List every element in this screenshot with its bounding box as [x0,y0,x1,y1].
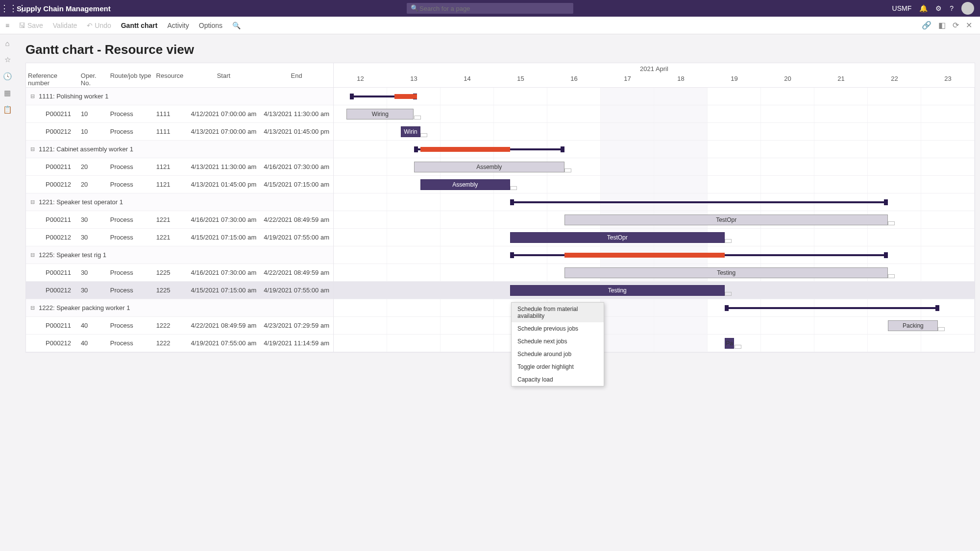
job-row[interactable]: P00021140Process12224/22/2021 08:49:59 a… [26,317,333,335]
job-row[interactable]: P00021210Process11114/13/2021 07:00:00 a… [26,123,333,141]
overload-segment [564,253,725,258]
popout-icon[interactable]: ◧ [938,21,946,30]
gantt-bar[interactable]: Assembly [420,179,510,190]
col-header-reference-number[interactable]: Reference number [26,63,79,87]
context-menu-item[interactable]: Schedule next jobs [512,335,604,348]
summary-start-marker [510,199,514,205]
timeline-group-row [334,88,975,105]
job-row[interactable]: P00021130Process12214/16/2021 07:30:00 a… [26,211,333,229]
col-header-oper-no[interactable]: Oper. No. [79,63,108,87]
module-icon[interactable]: ▦ [4,89,11,97]
gantt-bar[interactable]: Packing [888,320,938,331]
cell-reference-number: P000211 [46,322,79,329]
col-header-resource[interactable]: Resource [154,63,188,87]
day-label: 15 [494,75,547,82]
cell-route-job-type: Process [108,269,154,276]
cell-end: 4/22/2021 08:49:59 am [260,269,333,276]
cell-oper-no: 10 [79,110,108,118]
gantt-bar[interactable]: TestOpr [564,215,888,225]
gear-icon[interactable]: ⚙ [935,4,942,12]
group-row[interactable]: ⊟1225: Speaker test rig 1 [26,246,333,264]
connector-icon [888,221,895,225]
undo-button[interactable]: ↶ Undo [87,22,111,29]
refresh-icon[interactable]: ⟳ [953,21,959,30]
cell-oper-no: 10 [79,128,108,135]
summary-end-marker [935,305,939,311]
context-menu-item[interactable]: Capacity load [512,373,604,386]
collapse-icon[interactable]: ⊟ [26,252,37,258]
job-row[interactable]: P00021230Process12254/15/2021 07:15:00 a… [26,282,333,299]
cell-resource: 1225 [154,287,188,294]
save-icon: 🖫 [19,22,25,29]
context-menu-item[interactable]: Schedule around job [512,348,604,360]
job-row[interactable]: P00021130Process12254/16/2021 07:30:00 a… [26,264,333,282]
star-icon[interactable]: ☆ [4,55,11,64]
summary-start-marker [725,305,729,311]
job-row[interactable]: P00021240Process12224/19/2021 07:55:00 a… [26,335,333,352]
context-menu-item[interactable]: Toggle order highlight [512,360,604,373]
validate-button[interactable]: Validate [53,22,77,29]
waffle-icon[interactable]: ⋮⋮⋮ [0,3,17,14]
context-menu-item[interactable]: Schedule from material availability [512,303,604,322]
save-button[interactable]: 🖫 Save [19,22,43,29]
collapse-icon[interactable]: ⊟ [26,305,37,311]
summary-end-marker [884,199,888,205]
day-label: 16 [547,75,601,82]
gantt-header: Reference number Oper. No. Route/job typ… [26,63,975,88]
hamburger-icon[interactable]: ≡ [0,22,15,29]
find-icon[interactable]: 🔍 [232,22,241,29]
bell-icon[interactable]: 🔔 [919,4,928,12]
tab-activity[interactable]: Activity [167,22,189,29]
day-label: 17 [601,75,654,82]
job-row[interactable]: P00021230Process12214/15/2021 07:15:00 a… [26,229,333,246]
job-row[interactable]: P00021110Process11114/12/2021 07:00:00 a… [26,105,333,123]
context-menu[interactable]: Schedule from material availabilitySched… [511,302,604,386]
tab-gantt-chart[interactable]: Gantt chart [121,22,158,29]
home-icon[interactable]: ⌂ [5,39,9,48]
recent-icon[interactable]: 🕓 [3,72,12,81]
col-header-end[interactable]: End [260,63,333,87]
gantt-bar[interactable]: Testing [510,285,725,296]
group-row[interactable]: ⊟1121: Cabinet assembly worker 1 [26,141,333,158]
left-sidebar: ⌂ ☆ 🕓 ▦ 📋 [0,34,15,114]
search-input[interactable] [407,3,573,14]
gantt-bar[interactable]: Wiring [346,109,414,120]
timeline-row: TestOpr [334,211,975,229]
cell-resource: 1111 [154,110,188,118]
link-icon[interactable]: 🔗 [922,21,931,30]
group-row[interactable]: ⊟1222: Speaker packing worker 1 [26,299,333,317]
tab-options[interactable]: Options [199,22,222,29]
collapse-icon[interactable]: ⊟ [26,199,37,205]
day-label: 18 [654,75,708,82]
cell-reference-number: P000212 [46,339,79,347]
company-code[interactable]: USMF [892,4,912,12]
cell-route-job-type: Process [108,181,154,188]
timeline-row: Assembly [334,176,975,193]
context-menu-item[interactable]: Schedule previous jobs [512,322,604,335]
timeline-group-row [334,193,975,211]
collapse-icon[interactable]: ⊟ [26,93,37,99]
gantt-bar[interactable]: Testing [564,267,888,278]
close-icon[interactable]: ✕ [966,21,972,30]
cell-route-job-type: Process [108,216,154,223]
list-icon[interactable]: 📋 [3,105,12,114]
avatar[interactable] [961,2,974,15]
group-row[interactable]: ⊟1111: Polishing worker 1 [26,88,333,105]
connector-icon [510,186,517,190]
help-icon[interactable]: ? [950,4,954,12]
gantt-bar[interactable]: Wirin [401,126,420,137]
day-label: 13 [387,75,441,82]
collapse-icon[interactable]: ⊟ [26,146,37,152]
gantt-bar[interactable]: Assembly [414,162,564,172]
job-row[interactable]: P00021220Process11214/13/2021 01:45:00 p… [26,176,333,193]
summary-bar [510,201,888,203]
col-header-start[interactable]: Start [187,63,260,87]
group-label: 1222: Speaker packing worker 1 [37,304,132,311]
group-row[interactable]: ⊟1221: Speaker test operator 1 [26,193,333,211]
cell-reference-number: P000212 [46,181,79,188]
group-label: 1221: Speaker test operator 1 [37,198,125,206]
gantt-bar[interactable]: Pa [725,338,735,349]
job-row[interactable]: P00021120Process11214/13/2021 11:30:00 a… [26,158,333,176]
col-header-route-job-type[interactable]: Route/job type [108,63,154,87]
gantt-bar[interactable]: TestOpr [510,232,725,243]
